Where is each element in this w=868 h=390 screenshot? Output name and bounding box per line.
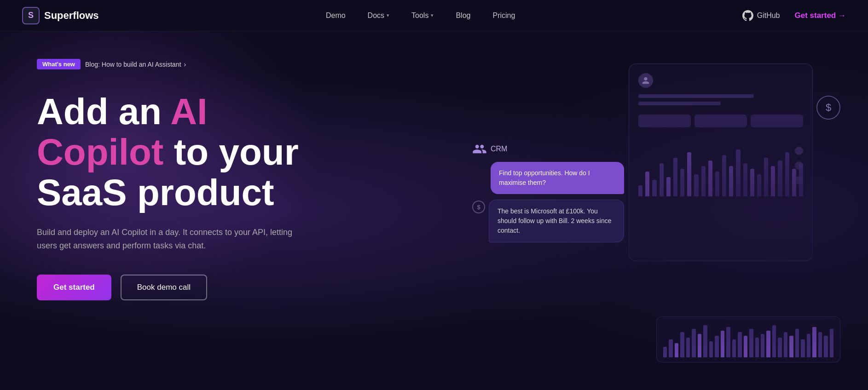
navbar: S Superflows Demo Docs ▾ Tools ▾ Blog Pr… (0, 0, 868, 31)
bubble-user: Find top opportunities. How do I maximis… (491, 162, 624, 194)
dash-pill (694, 115, 747, 127)
whats-new-badge: What's new Blog: How to build an AI Assi… (37, 59, 186, 69)
dashboard-card (629, 63, 813, 261)
dash-line (638, 94, 754, 98)
logo[interactable]: S Superflows (22, 7, 99, 24)
mini-chart (656, 316, 840, 362)
dollar-icon-float: $ (816, 96, 840, 120)
github-link[interactable]: GitHub (742, 10, 780, 21)
dot-column (795, 147, 803, 184)
nav-link-docs[interactable]: Docs ▾ (368, 11, 389, 20)
nav-link-demo[interactable]: Demo (326, 11, 346, 20)
avatar (638, 73, 653, 88)
nav-links: Demo Docs ▾ Tools ▾ Blog Pricing (326, 11, 515, 20)
dot (795, 161, 803, 170)
hero-content: What's new Blog: How to build an AI Assi… (0, 31, 331, 300)
hero-subtitle: Build and deploy an AI Copilot in a day.… (37, 226, 304, 252)
nav-right: GitHub Get started → (742, 10, 846, 21)
chat-panel: CRM Find top opportunities. How do I max… (472, 142, 624, 242)
dash-pills (638, 115, 803, 127)
dash-line (638, 102, 721, 105)
nav-link-tools[interactable]: Tools ▾ (411, 11, 434, 20)
bubble-reply-wrap: $ The best is Microsoft at £100k. You sh… (472, 200, 624, 242)
dollar-icon-bubble: $ (472, 201, 485, 213)
whats-new-tag: What's new (37, 59, 81, 69)
nav-link-pricing[interactable]: Pricing (492, 11, 515, 20)
logo-text: Superflows (44, 10, 99, 22)
blog-link[interactable]: Blog: How to build an AI Assistant › (85, 61, 186, 68)
crm-label: CRM (472, 142, 624, 156)
bar-chart (638, 137, 803, 201)
hero-buttons: Get started Book demo call (37, 275, 309, 300)
dot (795, 176, 803, 184)
dash-pill (751, 115, 803, 127)
hero-title: Add an AI Copilot to your SaaS product (37, 92, 309, 213)
github-icon (742, 10, 753, 21)
dot (795, 147, 803, 155)
bubble-reply: The best is Microsoft at £100k. You shou… (489, 200, 624, 242)
hero-section: What's new Blog: How to build an AI Assi… (0, 31, 868, 390)
chevron-down-icon: ▾ (431, 12, 434, 18)
book-demo-button[interactable]: Book demo call (121, 275, 207, 300)
chevron-right-icon: › (184, 61, 186, 68)
nav-link-blog[interactable]: Blog (456, 11, 470, 20)
dash-lines (638, 94, 803, 105)
logo-icon: S (22, 7, 40, 24)
get-started-nav-button[interactable]: Get started → (795, 11, 846, 20)
chevron-down-icon: ▾ (387, 12, 389, 18)
get-started-button[interactable]: Get started (37, 275, 111, 300)
crm-icon (472, 142, 487, 156)
dash-pill (638, 115, 691, 127)
